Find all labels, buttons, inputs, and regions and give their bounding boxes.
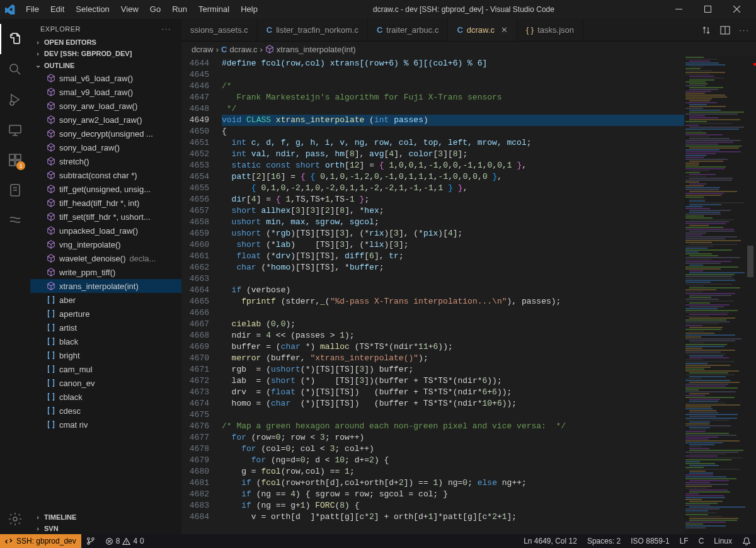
code-line[interactable]: dir[4] = { 1,TS,TS+1,TS-1 }; [222,194,684,205]
code-line[interactable]: short (*lab) [TS][3], (*lix)[3]; [222,239,684,251]
code-line[interactable]: ndir = 4 << (passes > 1); [222,330,684,341]
menu-terminal[interactable]: Terminal [193,2,235,16]
outline-item[interactable]: vng_interpolate() [30,237,181,251]
menu-help[interactable]: Help [235,2,263,16]
maximize-button[interactable] [693,0,722,19]
minimap[interactable] [684,57,753,534]
code-line[interactable]: ushort min, max, sgrow, sgcol; [222,217,684,228]
outline-item[interactable]: sony_arw_load_raw() [30,99,181,113]
outline-item[interactable]: smal_v6_load_raw() [30,71,181,85]
minimize-button[interactable] [664,0,693,19]
code-line[interactable]: /* Map a green hexagon around each non-g… [222,421,684,432]
activity-extensions[interactable]: 1 [0,145,30,175]
tab[interactable]: Clister_tracfin_norkom.c [258,19,368,41]
code-line[interactable]: short allhex[3][3][2][8], *hex; [222,205,684,217]
code-line[interactable]: int val, ndir, pass, hm[8], avg[4], colo… [222,149,684,160]
code-line[interactable]: */ [222,103,684,115]
close-button[interactable] [722,0,751,19]
outline-item[interactable]: tiff_head(tiff_hdr *, int) [30,196,181,210]
code-line[interactable]: fprintf (stderr,_("%d-pass X-Trans inter… [222,296,684,307]
status-branch[interactable] [81,537,100,545]
status-cursor[interactable]: Ln 4649, Col 12 [518,537,582,545]
tab-close-icon[interactable]: ✕ [501,25,508,35]
code-line[interactable]: ushort (*rgb)[TS][TS][3], (*rix)[3], (*p… [222,228,684,239]
code-line[interactable]: Frank Markesteijn's algorithm for Fuji X… [222,92,684,103]
outline-item[interactable]: canon_ev [30,376,181,390]
breadcrumb-file[interactable]: dcraw.c [229,45,257,54]
outline-item[interactable]: aber [30,293,181,307]
outline-item[interactable]: bright [30,348,181,362]
outline-item[interactable]: cdesc [30,404,181,418]
activity-debug[interactable] [0,84,30,115]
code-line[interactable]: for (ng=d=0; d < 10; d+=2) { [222,455,684,466]
activity-explorer[interactable] [0,24,30,54]
code-line[interactable]: g = fcol(row,col) == 1; [222,466,684,477]
code-line[interactable]: buffer = (char *) malloc (TS*TS*(ndir*11… [222,341,684,353]
activity-testing[interactable] [0,175,30,205]
section-open-editors[interactable]: › OPEN EDITORS [30,37,181,48]
status-language[interactable]: C [694,537,709,545]
menu-view[interactable]: View [115,2,144,16]
code-line[interactable]: merror (buffer, "xtrans_interpolate()"); [222,353,684,364]
outline-item[interactable]: black [30,334,181,348]
code-line[interactable]: /* [222,81,684,92]
code-line[interactable]: for (col=0; col < 3; col++) [222,443,684,455]
explorer-more-icon[interactable]: ··· [162,25,171,33]
code-line[interactable]: if (fcol(row+orth[d],col+orth[d+2]) == 1… [222,477,684,489]
outline-item[interactable]: unpacked_load_raw() [30,224,181,237]
code-line[interactable]: if (ng == 4) { sgrow = row; sgcol = col;… [222,489,684,500]
menu-file[interactable]: File [20,2,45,16]
activity-settings[interactable] [0,504,30,534]
code-line[interactable]: if (ng == g+1) FORC(8) { [222,500,684,511]
tab[interactable]: Ctraiter_arbuc.c [368,19,448,41]
tab[interactable]: Cdcraw.c✕ [448,19,517,41]
outline-item[interactable]: tiff_get(unsigned, unsig... [30,182,181,196]
section-folder[interactable]: › DEV [SSH: GBPROD_DEV] [30,48,181,59]
status-problems[interactable]: 8 4 0 [100,537,149,545]
section-timeline[interactable]: › TIMELINE [30,511,181,523]
code-line[interactable] [222,69,684,81]
compare-icon[interactable] [701,25,711,35]
outline-item[interactable]: xtrans_interpolate(int) [30,279,181,293]
code-line[interactable]: { 0,1,0,-2,1,0,-2,0,1,1,-2,-2,1,-1,-1,1 … [222,183,684,194]
code-line[interactable]: int c, d, f, g, h, i, v, ng, row, col, t… [222,137,684,149]
activity-search[interactable] [0,54,30,84]
outline-item[interactable]: stretch() [30,154,181,168]
breadcrumb-folder[interactable]: dcraw [192,45,214,54]
code-line[interactable]: v = orth[d ]*patt[g][c*2] + orth[d+1]*pa… [222,511,684,523]
status-spaces[interactable]: Spaces: 2 [582,537,626,545]
activity-misc[interactable] [0,205,30,236]
code-line[interactable]: homo = (char (*)[TS][TS]) (buffer + TS*T… [222,398,684,409]
status-remote[interactable]: SSH: gbprod_dev [0,534,81,548]
activity-remote[interactable] [0,115,30,145]
code-line[interactable] [222,409,684,421]
code-line[interactable]: char (*homo)[TS][TS], *buffer; [222,262,684,273]
code-line[interactable]: float (*drv)[TS][TS], diff[6], tr; [222,251,684,262]
scrollbar-thumb[interactable] [747,246,753,277]
outline-item[interactable]: cblack [30,390,181,404]
status-os[interactable]: Linux [709,537,737,545]
breadcrumb-symbol[interactable]: xtrans_interpolate(int) [277,45,356,54]
breadcrumb[interactable]: dcraw › C dcraw.c › xtrans_interpolate(i… [181,42,756,57]
status-eol[interactable]: LF [675,537,694,545]
tab[interactable]: ssions_assets.c [181,19,258,41]
status-bell-icon[interactable] [737,537,756,545]
menu-go[interactable]: Go [144,2,166,16]
code-line[interactable]: if (verbose) [222,285,684,296]
outline-item[interactable]: wavelet_denoise() decla... [30,251,181,265]
code-line[interactable]: lab = (short (*) [TS][3])(buffer + TS*TS… [222,375,684,387]
menu-selection[interactable]: Selection [70,2,115,16]
outline-item[interactable]: cmat riv [30,418,181,431]
menu-edit[interactable]: Edit [45,2,70,16]
outline-item[interactable]: smal_v9_load_raw() [30,85,181,99]
status-encoding[interactable]: ISO 8859-1 [626,537,674,545]
outline-item[interactable]: subtract(const char *) [30,168,181,182]
section-outline[interactable]: ⌄ OUTLINE [30,59,181,71]
section-svn[interactable]: › SVN [30,523,181,534]
code-line[interactable]: cielab (0,0); [222,319,684,330]
code-line[interactable] [222,307,684,319]
outline-item[interactable]: artist [30,321,181,334]
code-line[interactable]: drv = (float (*)[TS][TS]) (buffer + TS*T… [222,387,684,398]
code-line[interactable]: #define fcol(row,col) xtrans[(row+6) % 6… [222,58,684,69]
outline-item[interactable]: tiff_set(tiff_hdr *, ushort... [30,210,181,224]
